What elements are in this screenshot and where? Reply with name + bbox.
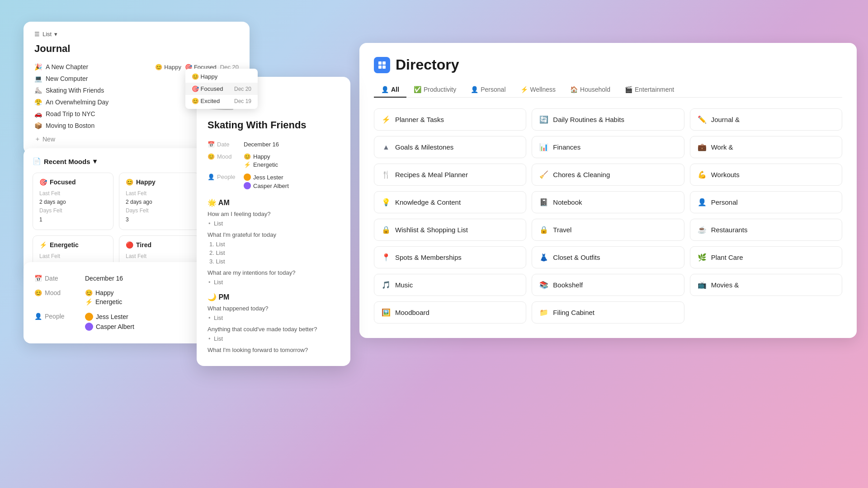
dropdown-item-focused[interactable]: 🎯 Focused Dec 20 — [185, 83, 258, 95]
calendar-icon: 📅 — [208, 141, 215, 148]
check-icon: ✅ — [414, 86, 421, 93]
avatar — [244, 182, 251, 189]
moods-card: 📄 Recent Moods ▾ 🎯 Focused Last Felt 2 d… — [24, 148, 209, 274]
mood-icon: 😊 — [208, 153, 215, 160]
dir-item-movies[interactable]: 📺 Movies & — [690, 274, 842, 296]
svg-rect-1 — [382, 61, 386, 65]
doc-icon: 📄 — [33, 157, 41, 165]
journal-title: Journal — [34, 43, 239, 55]
mood-card-happy[interactable]: 😊 Happy Last Felt 2 days ago Days Felt 3 — [119, 173, 200, 230]
music-icon: 🎵 — [382, 281, 391, 289]
dir-item-goals[interactable]: ▲ Goals & Milestones — [374, 136, 526, 158]
detail-card: 📅 Date December 16 😊 Mood 😊Happy ⚡Energe… — [24, 262, 209, 343]
avatar — [244, 174, 251, 181]
tab-personal[interactable]: 👤 Personal — [463, 82, 513, 98]
image-icon: 🖼️ — [382, 308, 391, 317]
person-icon: 👤 — [34, 313, 42, 320]
avatar-jess — [85, 313, 93, 321]
tab-productivity[interactable]: ✅ Productivity — [406, 82, 463, 98]
tab-wellness[interactable]: ⚡ Wellness — [513, 82, 563, 98]
pm-section: 🌙 PM — [208, 293, 340, 301]
hanger-icon: 👗 — [539, 253, 548, 262]
mood-card-focused[interactable]: 🎯 Focused Last Felt 2 days ago Days Felt… — [33, 173, 113, 230]
list-item: List — [208, 278, 340, 286]
coffee-icon: ☕ — [698, 225, 707, 234]
directory-icon — [374, 57, 390, 73]
folder-icon: 📁 — [539, 308, 548, 317]
briefcase-icon: 💼 — [698, 143, 707, 151]
tab-all[interactable]: 👤 All — [374, 82, 406, 98]
chevron-down-icon: ▾ — [93, 157, 97, 165]
directory-tabs: 👤 All ✅ Productivity 👤 Personal ⚡ Wellne… — [374, 82, 842, 98]
dir-item-restaurants[interactable]: ☕ Restaurants — [690, 219, 842, 241]
clapper-icon: 🎬 — [625, 86, 632, 93]
dir-item-music[interactable]: 🎵 Music — [374, 274, 526, 296]
list-item: List — [208, 334, 340, 343]
focused-icon: 🎯 — [39, 178, 47, 186]
am-section: 🌟 AM — [208, 198, 340, 207]
mood-dropdown: 😊 Happy 🎯 Focused Dec 20 😊 Excited Dec 1… — [185, 69, 258, 109]
detail-row-people: 👤 People Jess Lester Casper Albert — [34, 309, 198, 334]
notebook-icon: 📓 — [539, 198, 548, 206]
directory-header: Directory — [374, 56, 842, 73]
dumbbell-icon: 💪 — [698, 170, 707, 179]
bulb-icon: 💡 — [382, 198, 391, 206]
journal-view-header[interactable]: ☰ List ▾ — [34, 31, 239, 38]
question-6: What I'm looking forward to tomorrow? — [208, 347, 340, 353]
broom-icon: 🧹 — [539, 170, 548, 179]
lock-icon: 🔒 — [539, 225, 548, 234]
person-icon: 👤 — [381, 86, 389, 93]
person-icon: 👤 — [698, 198, 707, 206]
question-4: What happened today? — [208, 305, 340, 312]
dir-item-journal[interactable]: ✏️ Journal & — [690, 108, 842, 131]
dropdown-item-excited[interactable]: 😊 Excited Dec 19 — [185, 95, 258, 107]
tired-icon: 🔴 — [126, 241, 133, 249]
lightning-icon: ⚡ — [382, 115, 391, 124]
calendar-icon: 📅 — [34, 275, 42, 282]
dir-item-personal[interactable]: 👤 Personal — [690, 191, 842, 213]
dir-item-moodboard[interactable]: 🖼️ Moodboard — [374, 301, 526, 324]
edit-icon: ✏️ — [698, 115, 707, 124]
plus-icon: ＋ — [34, 135, 41, 143]
dir-item-daily-routines[interactable]: 🔄 Daily Routines & Habits — [532, 108, 684, 131]
dir-item-notebook[interactable]: 📓 Notebook — [532, 191, 684, 213]
list-icon: ☰ — [34, 31, 40, 38]
refresh-icon: 🔄 — [539, 115, 548, 124]
dir-item-work[interactable]: 💼 Work & — [690, 136, 842, 158]
tv-icon: 📺 — [698, 281, 707, 289]
person-icon: 👤 — [471, 86, 478, 93]
dir-item-plants[interactable]: 🌿 Plant Care — [690, 246, 842, 268]
chart-icon: 📊 — [539, 143, 548, 151]
question-3: What are my intentions for today? — [208, 269, 340, 276]
question-5: Anything that could've made today better… — [208, 326, 340, 333]
tab-entertainment[interactable]: 🎬 Entertainment — [618, 82, 681, 98]
dir-item-filing[interactable]: 📁 Filing Cabinet — [532, 301, 684, 324]
dir-item-knowledge[interactable]: 💡 Knowledge & Content — [374, 191, 526, 213]
dir-item-wishlist[interactable]: 🔒 Wishlist & Shopping List — [374, 219, 526, 241]
mood-icon: 😊 — [34, 289, 42, 296]
dir-item-closet[interactable]: 👗 Closet & Outfits — [532, 246, 684, 268]
dir-item-travel[interactable]: 🔒 Travel — [532, 219, 684, 241]
list-item: List — [208, 219, 340, 228]
dir-item-workouts[interactable]: 💪 Workouts — [690, 164, 842, 186]
skating-title: Skating With Friends — [208, 119, 340, 131]
dir-item-recipes[interactable]: 🍴 Recipes & Meal Planner — [374, 164, 526, 186]
detail-row-mood: 😊 Mood 😊Happy ⚡Energetic — [34, 286, 198, 309]
happy-icon: 😊 — [126, 178, 133, 186]
svg-rect-3 — [382, 66, 386, 69]
directory-grid: ⚡ Planner & Tasks 🔄 Daily Routines & Hab… — [374, 108, 842, 324]
tab-household[interactable]: 🏠 Household — [563, 82, 618, 98]
dir-item-bookshelf[interactable]: 📚 Bookshelf — [532, 274, 684, 296]
dir-item-spots[interactable]: 📍 Spots & Memberships — [374, 246, 526, 268]
dir-item-finances[interactable]: 📊 Finances — [532, 136, 684, 158]
moods-header[interactable]: 📄 Recent Moods ▾ — [33, 157, 200, 165]
numbered-item: 1. List — [208, 240, 340, 249]
dir-item-planner[interactable]: ⚡ Planner & Tasks — [374, 108, 526, 131]
dir-item-chores[interactable]: 🧹 Chores & Cleaning — [532, 164, 684, 186]
skating-card: ⛸️ Skating With Friends 📅 Date December … — [197, 77, 350, 366]
lightning-icon: ⚡ — [520, 86, 528, 93]
detail-row-date: 📅 Date December 16 — [34, 271, 198, 286]
energetic-icon: ⚡ — [39, 241, 47, 249]
skating-people-row: 👤 People Jess Lester Casper Albert — [208, 171, 340, 192]
dropdown-item-happy[interactable]: 😊 Happy — [185, 70, 258, 83]
